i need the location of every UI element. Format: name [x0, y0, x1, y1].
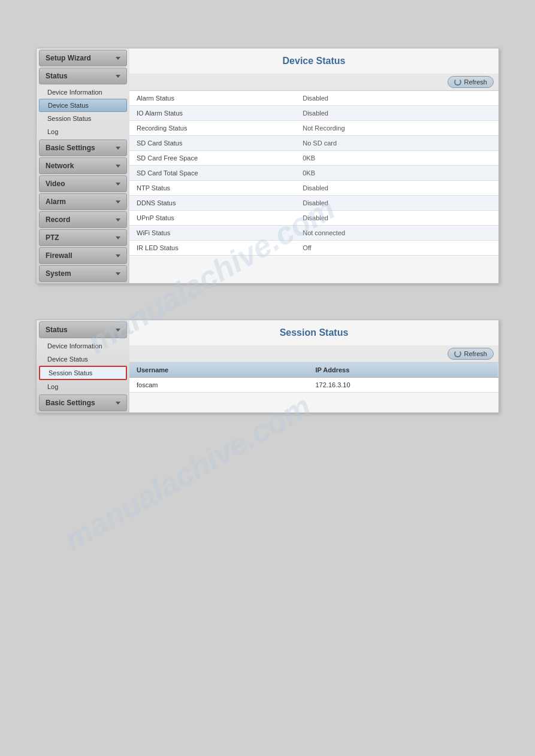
status-value-cell: 0KB [295, 166, 498, 181]
record-btn[interactable]: Record [39, 211, 127, 228]
alarm-label: Alarm [46, 198, 66, 206]
device-status-refresh-button[interactable]: Refresh [448, 76, 494, 88]
session-status-title: Session Status [129, 320, 498, 345]
status-value-cell: Disabled [295, 106, 498, 121]
sidebar-item-device-information[interactable]: Device Information [37, 86, 129, 99]
device-status-panel: Setup Wizard Status Device Information D… [36, 48, 499, 284]
basic-settings-btn[interactable]: Basic Settings [39, 139, 127, 156]
basic-settings-label: Basic Settings [46, 144, 95, 152]
sidebar-item-device-information-2[interactable]: Device Information [37, 339, 129, 353]
alarm-arrow-icon [116, 201, 120, 204]
record-arrow-icon [116, 218, 120, 221]
sidebar-panel2: Status Device Information Device Status … [37, 320, 129, 412]
session-status-table: Username IP Address foscam 172.16.3.10 [129, 363, 498, 393]
status-label-cell: WiFi Status [129, 226, 295, 241]
refresh-label: Refresh [464, 78, 487, 86]
table-row: SD Card Status No SD card [129, 136, 498, 151]
session-status-refresh-button[interactable]: Refresh [448, 348, 494, 360]
device-status-label: Device Status [48, 102, 89, 109]
record-label: Record [46, 215, 70, 224]
status-label-cell: IR LED Status [129, 241, 295, 256]
table-row: SD Card Free Space 0KB [129, 151, 498, 166]
table-row: NTP Status Disabled [129, 181, 498, 196]
video-label: Video [46, 180, 65, 188]
video-arrow-icon [116, 183, 120, 186]
device-status-refresh-bar: Refresh [129, 74, 498, 91]
alarm-btn[interactable]: Alarm [39, 193, 127, 210]
status-label-cell: Recording Status [129, 121, 295, 136]
system-label: System [46, 269, 71, 278]
session-status-label-2: Session Status [49, 369, 92, 377]
setup-wizard-label: Setup Wizard [46, 54, 91, 62]
log-label: Log [47, 128, 58, 135]
device-status-content: Device Status Refresh Alarm Status Disab… [129, 48, 498, 283]
status-value-cell: Disabled [295, 196, 498, 211]
ip-address-header: IP Address [308, 363, 498, 378]
firewall-btn[interactable]: Firewall [39, 247, 127, 264]
video-btn[interactable]: Video [39, 175, 127, 192]
setup-wizard-arrow-icon [116, 57, 120, 60]
basic-settings-btn-2[interactable]: Basic Settings [39, 394, 127, 411]
network-arrow-icon [116, 165, 120, 168]
table-row: Alarm Status Disabled [129, 91, 498, 106]
table-row: DDNS Status Disabled [129, 196, 498, 211]
refresh-icon [454, 78, 461, 86]
status-value-cell: Disabled [295, 91, 498, 106]
device-information-label-2: Device Information [47, 342, 102, 350]
network-btn[interactable]: Network [39, 157, 127, 174]
status-value-cell: Disabled [295, 211, 498, 226]
sidebar-item-session-status-2[interactable]: Session Status [39, 366, 127, 380]
status-label-cell: Alarm Status [129, 91, 295, 106]
ptz-arrow-icon [116, 236, 120, 239]
firewall-arrow-icon [116, 254, 120, 257]
status-label-cell: IO Alarm Status [129, 106, 295, 121]
session-status-panel: Status Device Information Device Status … [36, 320, 499, 413]
session-status-refresh-bar: Refresh [129, 345, 498, 363]
sidebar-panel1: Setup Wizard Status Device Information D… [37, 48, 129, 283]
firewall-label: Firewall [46, 251, 72, 260]
network-label: Network [46, 162, 74, 170]
table-row: foscam 172.16.3.10 [129, 378, 498, 393]
status-value-cell: Off [295, 241, 498, 256]
username-header: Username [129, 363, 308, 378]
username-cell: foscam [129, 378, 308, 393]
refresh-icon-2 [454, 350, 461, 357]
status-value-cell: Disabled [295, 181, 498, 196]
status-label-cell: DDNS Status [129, 196, 295, 211]
table-row: Recording Status Not Recording [129, 121, 498, 136]
device-status-title: Device Status [129, 48, 498, 74]
sidebar-item-log[interactable]: Log [37, 125, 129, 138]
system-btn[interactable]: System [39, 265, 127, 282]
session-status-content: Session Status Refresh Username IP Addre… [129, 320, 498, 412]
status-label: Status [46, 72, 68, 80]
status-value-cell: Not connected [295, 226, 498, 241]
setup-wizard-btn[interactable]: Setup Wizard [39, 50, 127, 66]
basic-settings-label-2: Basic Settings [46, 399, 95, 407]
table-row: SD Card Total Space 0KB [129, 166, 498, 181]
status-label-2: Status [46, 326, 68, 334]
status-label-cell: UPnP Status [129, 211, 295, 226]
status-arrow-icon [116, 75, 120, 78]
refresh-label-2: Refresh [464, 350, 487, 357]
sidebar-item-device-status-2[interactable]: Device Status [37, 353, 129, 366]
ptz-label: PTZ [46, 233, 59, 242]
status-label-cell: NTP Status [129, 181, 295, 196]
ip-cell: 172.16.3.10 [308, 378, 498, 393]
table-row: IR LED Status Off [129, 241, 498, 256]
sidebar-item-log-2[interactable]: Log [37, 380, 129, 393]
status-label-cell: SD Card Status [129, 136, 295, 151]
sidebar-item-device-status[interactable]: Device Status [39, 99, 127, 112]
status-btn-2[interactable]: Status [39, 321, 127, 338]
session-status-label: Session Status [47, 115, 91, 122]
status-value-cell: No SD card [295, 136, 498, 151]
status-label-cell: SD Card Free Space [129, 151, 295, 166]
device-status-label-2: Device Status [47, 356, 88, 363]
status-arrow-icon-2 [116, 329, 120, 332]
status-btn[interactable]: Status [39, 68, 127, 84]
system-arrow-icon [116, 272, 120, 275]
sidebar-item-session-status[interactable]: Session Status [37, 112, 129, 125]
device-information-label: Device Information [47, 89, 102, 96]
ptz-btn[interactable]: PTZ [39, 229, 127, 246]
table-row: IO Alarm Status Disabled [129, 106, 498, 121]
basic-settings-arrow-icon [116, 147, 120, 150]
